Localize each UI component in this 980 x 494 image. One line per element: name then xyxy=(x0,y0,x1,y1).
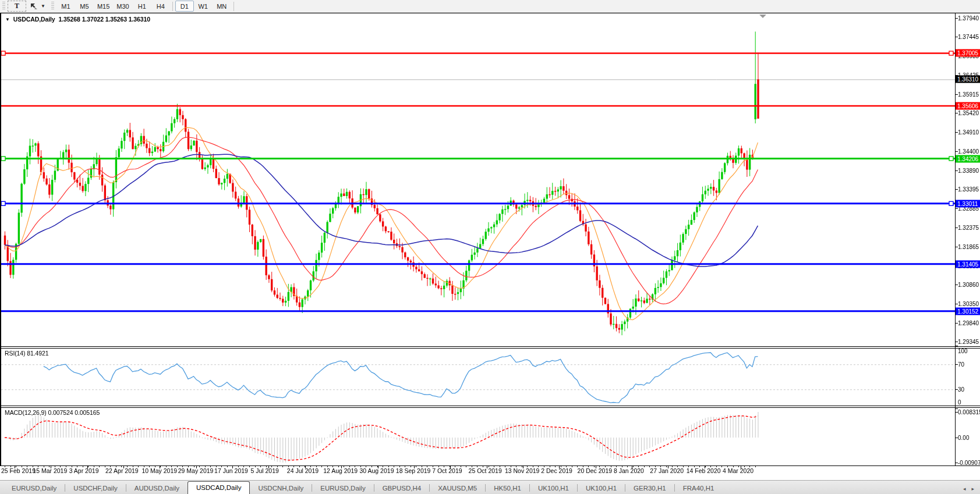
chart-tab-ger30-h1[interactable]: GER30,H1 xyxy=(625,483,674,494)
tab-scroll-right-icon[interactable]: ▸ xyxy=(971,486,974,492)
tab-scroll-left-icon[interactable]: ◂ xyxy=(963,486,966,492)
chart-tab-audusd-daily[interactable]: AUDUSD,Daily xyxy=(126,483,187,494)
chart-tab-eurusd-daily[interactable]: EURUSD,Daily xyxy=(312,483,373,494)
chart-tab-usdcnh-daily[interactable]: USDCNH,Daily xyxy=(250,483,312,494)
symbol-tabs: EURUSD,DailyUSDCHF,DailyAUDUSD,DailyUSDC… xyxy=(0,481,963,494)
chart-tab-gbpusd-h4[interactable]: GBPUSD,H4 xyxy=(374,483,429,494)
chart-tab-uk100-h1[interactable]: UK100,H1 xyxy=(578,483,625,494)
chart-tab-fra40-h1[interactable]: FRA40,H1 xyxy=(675,483,723,494)
tab-scroll-controls: ◂ ▸ xyxy=(963,486,980,494)
price-chart-canvas[interactable] xyxy=(0,0,980,494)
symbol-tab-bar: EURUSD,DailyUSDCHF,DailyAUDUSD,DailyUSDC… xyxy=(0,480,980,494)
chart-tab-xauusd-m5[interactable]: XAUUSD,M5 xyxy=(430,483,485,494)
chart-tab-eurusd-daily[interactable]: EURUSD,Daily xyxy=(3,483,65,494)
chart-tab-uk100-h1[interactable]: UK100,H1 xyxy=(530,483,577,494)
chart-tab-usdchf-daily[interactable]: USDCHF,Daily xyxy=(65,483,125,494)
chart-tab-usdcad-daily[interactable]: USDCAD,Daily xyxy=(187,481,250,494)
chart-tab-hk50-h1[interactable]: HK50,H1 xyxy=(486,483,529,494)
trading-terminal: { "toolbar": { "text_tool_label": "T", "… xyxy=(0,0,980,494)
